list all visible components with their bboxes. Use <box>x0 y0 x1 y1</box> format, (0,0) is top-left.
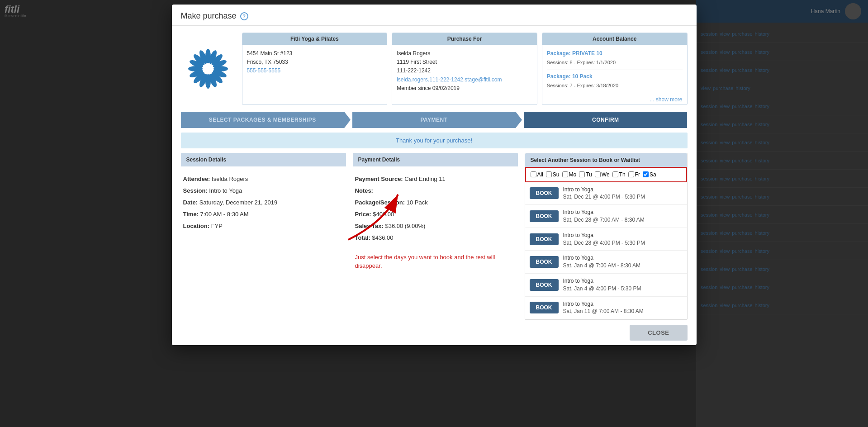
business-address-line1: 5454 Main St #123 <box>247 49 383 58</box>
payment-details-body: Payment Source: Card Ending 11 Notes: Pa… <box>353 166 518 277</box>
purchase-for-header: Purchase For <box>392 33 537 45</box>
total-label: Total: <box>355 234 370 241</box>
tax-row: Sales Tax: $36.00 (9.00%) <box>355 220 516 232</box>
day-filter-we[interactable]: We <box>595 171 610 178</box>
book-button-1[interactable]: BOOK <box>530 187 559 199</box>
progress-step-packages: SELECT PACKAGES & MEMBERSHIPS <box>181 112 344 128</box>
package1-link[interactable]: Package: PRIVATE 10 <box>547 49 683 58</box>
business-card-header: Fitli Yoga & Pilates <box>242 33 387 45</box>
account-balance-header: Account Balance <box>542 33 687 45</box>
purchase-for-card: Purchase For Iselda Rogers 1119 First St… <box>392 33 537 105</box>
business-phone-link[interactable]: 555-555-5555 <box>247 67 281 74</box>
session-time-2: Sat, Dec 28 @ 7:00 AM - 8:30 AM <box>563 216 645 224</box>
book-button-6[interactable]: BOOK <box>530 302 559 313</box>
customer-name: Iselda Rogers <box>397 49 532 58</box>
book-button-2[interactable]: BOOK <box>530 210 559 222</box>
progress-bar: SELECT PACKAGES & MEMBERSHIPS PAYMENT CO… <box>181 112 688 128</box>
session-info-6: Intro to Yoga Sat, Jan 11 @ 7:00 AM - 8:… <box>563 300 644 316</box>
business-card-body: 5454 Main St #123 Frisco, TX 75033 555-5… <box>242 45 387 80</box>
checkbox-sa[interactable] <box>643 171 649 177</box>
day-filter-sa[interactable]: Sa <box>643 171 656 178</box>
price-value: $400.00 <box>373 211 394 218</box>
notes-label: Notes: <box>355 187 373 194</box>
info-section: Fitli Yoga & Pilates 5454 Main St #123 F… <box>172 26 697 112</box>
attendee-label: Attendee: <box>183 176 210 182</box>
session-row: Session: Intro to Yoga <box>183 185 344 197</box>
customer-email-link[interactable]: iselda.rogers.111-222-1242.stage@fitli.c… <box>397 76 502 83</box>
tax-label: Sales Tax: <box>355 223 384 229</box>
account-balance-body: Package: PRIVATE 10 Sessions: 8 - Expire… <box>542 45 687 95</box>
business-logo-area <box>181 46 235 91</box>
session-time-3: Sat, Dec 28 @ 4:00 PM - 5:30 PM <box>563 239 645 247</box>
book-button-4[interactable]: BOOK <box>530 256 559 268</box>
date-label: Date: <box>183 199 198 206</box>
show-more-link[interactable]: ... show more <box>542 95 687 104</box>
session-info-4: Intro to Yoga Sat, Jan 4 @ 7:00 AM - 8:3… <box>563 254 641 270</box>
time-value: 7:00 AM - 8:30 AM <box>200 211 249 218</box>
session-time-5: Sat, Jan 4 @ 4:00 PM - 5:30 PM <box>563 285 641 293</box>
svg-point-17 <box>203 64 213 74</box>
session-info-1: Intro to Yoga Sat, Dec 21 @ 4:00 PM - 5:… <box>563 186 645 201</box>
session-item-4: BOOK Intro to Yoga Sat, Jan 4 @ 7:00 AM … <box>525 251 687 274</box>
checkbox-all[interactable] <box>531 171 536 177</box>
checkbox-we[interactable] <box>595 171 601 177</box>
location-value: FYP <box>211 223 223 229</box>
checkbox-su[interactable] <box>546 171 552 177</box>
day-filter-all[interactable]: All <box>531 171 543 178</box>
customer-phone: 111-222-1242 <box>397 66 532 75</box>
location-label: Location: <box>183 223 210 229</box>
session-time-4: Sat, Jan 4 @ 7:00 AM - 8:30 AM <box>563 262 641 270</box>
package-row: Package/Session: 10 Pack <box>355 197 516 209</box>
attendee-row: Attendee: Iselda Rogers <box>183 173 344 185</box>
session-time-6: Sat, Jan 11 @ 7:00 AM - 8:30 AM <box>563 308 644 315</box>
total-row: Total: $436.00 <box>355 232 516 244</box>
price-row: Price: $400.00 <box>355 209 516 220</box>
session-name-6: Intro to Yoga <box>563 300 644 308</box>
package2-link[interactable]: Package: 10 Pack <box>547 72 683 81</box>
session-details-header: Session Details <box>181 153 346 166</box>
member-since: Member since 09/02/2019 <box>397 84 532 93</box>
day-filter-fr[interactable]: Fr <box>628 171 640 178</box>
book-button-3[interactable]: BOOK <box>530 233 559 245</box>
page-background: fitli fit more in life Hana Martin sessi… <box>0 0 868 427</box>
main-content: Session Details Attendee: Iselda Rogers … <box>181 153 688 320</box>
date-value: Saturday, December 21, 2019 <box>199 199 277 206</box>
customer-address: 1119 First Street <box>397 58 532 66</box>
package2-detail: Sessions: 7 - Expires: 3/18/2020 <box>547 82 683 90</box>
help-icon[interactable]: ? <box>240 12 248 20</box>
day-filter-th[interactable]: Th <box>612 171 626 178</box>
package-label: Package/Session: <box>355 199 405 206</box>
day-filter-su[interactable]: Su <box>546 171 560 178</box>
modal-header: Make purchase ? <box>172 5 697 26</box>
day-filter: All Su Mo Tu We <box>525 167 687 182</box>
payment-source-row: Payment Source: Card Ending 11 <box>355 173 516 185</box>
progress-step-payment: PAYMENT <box>352 112 516 128</box>
account-balance-card: Account Balance Package: PRIVATE 10 Sess… <box>542 33 688 105</box>
session-details-body: Attendee: Iselda Rogers Session: Intro t… <box>181 166 346 239</box>
session-info-3: Intro to Yoga Sat, Dec 28 @ 4:00 PM - 5:… <box>563 232 645 247</box>
day-filter-mo[interactable]: Mo <box>562 171 577 178</box>
package-value: 10 Pack <box>407 199 428 206</box>
fitli-star-logo <box>185 46 231 91</box>
payment-details-section: Payment Details Payment Source: Card End… <box>353 153 518 320</box>
checkbox-mo[interactable] <box>562 171 568 177</box>
time-label: Time: <box>183 211 199 218</box>
session-name-3: Intro to Yoga <box>563 232 645 239</box>
book-button-5[interactable]: BOOK <box>530 279 559 291</box>
checkbox-th[interactable] <box>612 171 618 177</box>
session-item-2: BOOK Intro to Yoga Sat, Dec 28 @ 7:00 AM… <box>525 205 687 228</box>
checkbox-fr[interactable] <box>628 171 634 177</box>
tax-value: $36.00 (9.00%) <box>385 223 425 229</box>
day-filter-tu[interactable]: Tu <box>579 171 592 178</box>
date-row: Date: Saturday, December 21, 2019 <box>183 197 344 209</box>
location-row: Location: FYP <box>183 220 344 232</box>
checkbox-tu[interactable] <box>579 171 585 177</box>
session-booking-header: Select Another Session to Book or Waitli… <box>525 153 687 167</box>
modal-footer: CLOSE <box>172 320 697 345</box>
close-button[interactable]: CLOSE <box>630 325 687 341</box>
session-booking-section: Select Another Session to Book or Waitli… <box>525 153 688 320</box>
business-address-line2: Frisco, TX 75033 <box>247 58 383 66</box>
payment-source-value: Card Ending 11 <box>404 176 445 182</box>
session-info-5: Intro to Yoga Sat, Jan 4 @ 4:00 PM - 5:3… <box>563 277 641 293</box>
business-info-card: Fitli Yoga & Pilates 5454 Main St #123 F… <box>242 33 388 105</box>
